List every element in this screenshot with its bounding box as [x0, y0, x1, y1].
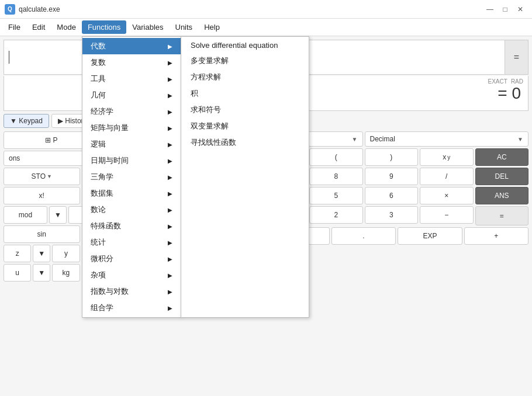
- functions-category-2[interactable]: 工具▶: [82, 71, 181, 87]
- functions-category-5[interactable]: 矩阵与向量▶: [82, 120, 181, 136]
- num9-btn[interactable]: 9: [365, 168, 419, 185]
- functions-category-4[interactable]: 经济学▶: [82, 103, 181, 120]
- num3-btn[interactable]: 3: [365, 206, 419, 224]
- app-title: qalculate.exe: [19, 5, 60, 13]
- num6-btn[interactable]: 6: [365, 187, 419, 204]
- multiply-btn[interactable]: ×: [420, 187, 474, 204]
- title-bar-left: Q qalculate.exe: [5, 4, 60, 15]
- functions-category-13[interactable]: 微积分▶: [82, 251, 181, 267]
- algebra-sub-item-5[interactable]: 双变量求解: [181, 118, 309, 134]
- del-btn[interactable]: DEL: [475, 168, 529, 185]
- functions-category-3[interactable]: 几何▶: [82, 87, 181, 103]
- menu-functions[interactable]: Functions: [82, 20, 126, 34]
- minus-btn[interactable]: −: [420, 206, 474, 224]
- menu-units[interactable]: Units: [170, 20, 199, 34]
- result-badges: EXACT RAD: [488, 78, 523, 85]
- power-btn[interactable]: xy: [420, 148, 474, 166]
- functions-category-11[interactable]: 特殊函数▶: [82, 218, 181, 234]
- decimal-select[interactable]: Decimal ▼: [365, 131, 529, 147]
- normal-chevron-icon: ▼: [352, 136, 358, 143]
- functions-category-6[interactable]: 逻辑▶: [82, 136, 181, 152]
- decimal-chevron-icon: ▼: [517, 136, 523, 143]
- menu-bar: File Edit Mode Functions Variables Units…: [0, 19, 532, 36]
- title-bar: Q qalculate.exe — □ ✕: [0, 0, 532, 19]
- functions-category-9[interactable]: 数据集▶: [82, 185, 181, 202]
- title-bar-controls: — □ ✕: [483, 2, 527, 16]
- tab-keypad[interactable]: ▼ Keypad: [4, 114, 49, 128]
- dot-btn[interactable]: .: [331, 227, 396, 245]
- minimize-button[interactable]: —: [483, 2, 497, 16]
- menu-mode[interactable]: Mode: [51, 20, 82, 34]
- factorial-button[interactable]: x!: [4, 187, 80, 204]
- exact-badge: EXACT: [488, 78, 507, 85]
- decimal-label: Decimal: [370, 135, 395, 143]
- ons-label: ons: [9, 154, 20, 162]
- num2-btn[interactable]: 2: [309, 206, 363, 224]
- maximize-button[interactable]: □: [498, 2, 512, 16]
- functions-category-10[interactable]: 数论▶: [82, 202, 181, 218]
- num5-btn[interactable]: 5: [309, 187, 363, 204]
- ac-btn[interactable]: AC: [475, 148, 529, 166]
- sin-button[interactable]: sin: [4, 225, 80, 243]
- z-button[interactable]: z: [4, 245, 31, 262]
- close-button[interactable]: ✕: [513, 2, 527, 16]
- equals-button[interactable]: =: [505, 40, 528, 74]
- algebra-sub-item-0[interactable]: Solve differential equation: [181, 38, 309, 53]
- mod-button[interactable]: mod: [4, 206, 47, 224]
- plus-btn[interactable]: +: [464, 227, 528, 245]
- close-paren-btn[interactable]: ): [365, 148, 419, 166]
- functions-categories-list: 代数▶复数▶工具▶几何▶经济学▶矩阵与向量▶逻辑▶日期与时间▶三角学▶数据集▶数…: [82, 36, 181, 318]
- y-button[interactable]: y: [52, 245, 80, 262]
- menu-help[interactable]: Help: [198, 20, 226, 34]
- menu-file[interactable]: File: [2, 20, 26, 34]
- u-button[interactable]: u: [4, 264, 31, 282]
- algebra-sub-item-2[interactable]: 方程求解: [181, 69, 309, 85]
- algebra-sub-item-4[interactable]: 求和符号: [181, 102, 309, 118]
- result-value: = 0: [498, 84, 521, 103]
- input-cursor: [9, 51, 9, 64]
- functions-category-0[interactable]: 代数▶: [82, 38, 181, 54]
- z-arrow[interactable]: ▼: [33, 245, 50, 262]
- functions-category-15[interactable]: 指数与对数▶: [82, 283, 181, 300]
- functions-dropdown: 代数▶复数▶工具▶几何▶经济学▶矩阵与向量▶逻辑▶日期与时间▶三角学▶数据集▶数…: [82, 36, 309, 318]
- functions-category-7[interactable]: 日期与时间▶: [82, 152, 181, 169]
- algebra-sub-item-1[interactable]: 多变量求解: [181, 53, 309, 69]
- functions-category-14[interactable]: 杂项▶: [82, 267, 181, 283]
- mod-arrow[interactable]: ▼: [49, 206, 67, 224]
- algebra-sub-item-6[interactable]: 寻找线性函数: [181, 134, 309, 151]
- rad-badge: RAD: [511, 78, 523, 85]
- ans-btn[interactable]: ANS: [475, 187, 529, 204]
- menu-edit[interactable]: Edit: [26, 20, 51, 34]
- algebra-submenu: Solve differential equation多变量求解方程求解积求和符…: [181, 36, 309, 318]
- divide-btn[interactable]: /: [420, 168, 474, 185]
- enter-btn[interactable]: =: [475, 206, 529, 225]
- menu-variables[interactable]: Variables: [126, 20, 169, 34]
- num8-btn[interactable]: 8: [309, 168, 363, 185]
- u-arrow[interactable]: ▼: [33, 264, 50, 282]
- kg-button[interactable]: kg: [52, 264, 80, 282]
- functions-category-1[interactable]: 复数▶: [82, 54, 181, 71]
- app-icon: Q: [5, 4, 15, 15]
- exp-btn[interactable]: EXP: [398, 227, 462, 245]
- open-paren-btn[interactable]: (: [309, 148, 363, 166]
- sto-button[interactable]: STO ▼: [4, 168, 80, 185]
- functions-category-16[interactable]: 组合学▶: [82, 300, 181, 316]
- functions-category-12[interactable]: 统计▶: [82, 234, 181, 251]
- algebra-sub-item-3[interactable]: 积: [181, 85, 309, 102]
- functions-category-8[interactable]: 三角学▶: [82, 169, 181, 185]
